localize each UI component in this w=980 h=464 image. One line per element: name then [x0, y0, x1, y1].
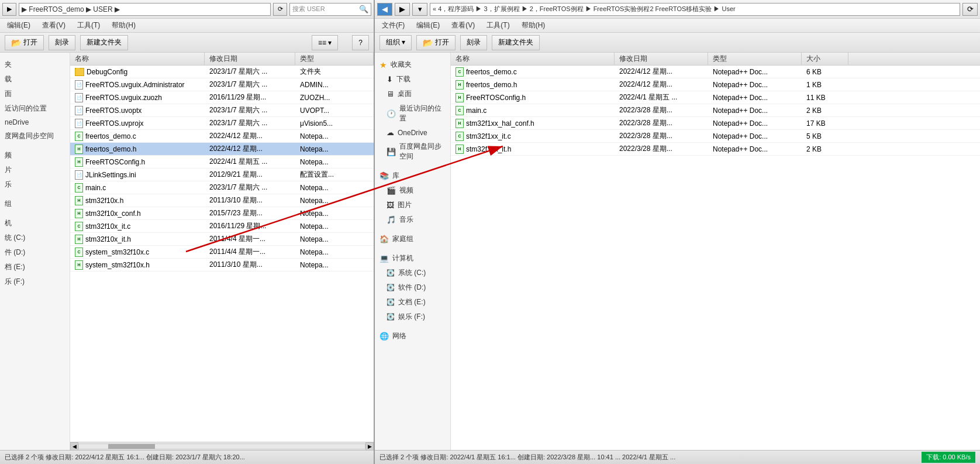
left-nav-baidu[interactable]: 度网盘同步空间 — [0, 129, 70, 143]
left-search-box[interactable]: 搜索 USER 🔍 — [289, 3, 371, 16]
left-nav-music[interactable]: 乐 — [0, 177, 70, 192]
left-refresh-button[interactable]: ⟳ — [273, 3, 287, 16]
right-nav-network[interactable]: 🌐 网络 — [375, 329, 450, 343]
table-row[interactable]: H stm32f1xx_it.h 2022/3/28 星期... Notepad… — [451, 143, 980, 156]
left-open-button[interactable]: 📂 打开 — [5, 35, 44, 50]
right-nav-favorites[interactable]: ★ 收藏夹 — [375, 57, 450, 72]
table-row[interactable]: H FreeRTOSConfig.h 2022/4/1 星期五 ... Note… — [451, 91, 980, 104]
h-file-icon: H — [456, 93, 464, 102]
table-row[interactable]: C main.c 2023/1/7 星期六 ... Notepa... — [70, 181, 374, 194]
left-nav-item-0[interactable]: 夹 — [0, 57, 70, 72]
right-nav-desktop[interactable]: 🖥 桌面 — [375, 87, 450, 101]
right-burn-button[interactable]: 刻录 — [460, 35, 487, 50]
right-nav-c[interactable]: 💽 系统 (C:) — [375, 266, 450, 280]
right-nav-image[interactable]: 🖼 图片 — [375, 198, 450, 212]
table-row[interactable]: 📄 FreeRTOS.uvprojx 2023/1/7 星期六 ... μVis… — [70, 117, 374, 130]
right-status-bar: 已选择 2 个项 修改日期: 2022/4/1 星期五 16:1... 创建日期… — [375, 450, 980, 464]
table-row[interactable]: H freertos_demo.h 2022/4/12 星期... Notepa… — [70, 143, 374, 156]
right-menu-tools[interactable]: 工具(T) — [484, 19, 512, 32]
table-row[interactable]: C system_stm32f10x.c 2011/4/4 星期一... Not… — [70, 246, 374, 259]
right-menu-file[interactable]: 文件(F) — [379, 19, 407, 32]
right-refresh-button[interactable]: ⟳ — [962, 3, 978, 16]
left-menu-tools[interactable]: 工具(T) — [75, 19, 102, 32]
left-menu-view[interactable]: 查看(V) — [40, 19, 68, 32]
left-nav-onedrive[interactable]: neDrive — [0, 116, 70, 129]
table-row[interactable]: H freertos_demo.h 2022/4/12 星期... Notepa… — [451, 78, 980, 91]
left-nav-f[interactable]: 乐 (F:) — [0, 274, 70, 289]
left-menu-edit[interactable]: 编辑(E) — [5, 19, 33, 32]
table-row[interactable]: 📄 FreeRTOS.uvguix.Administrator 2023/1/7… — [70, 78, 374, 91]
right-col-date-header[interactable]: 修改日期 — [615, 53, 708, 65]
left-nav-video[interactable]: 频 — [0, 148, 70, 163]
right-nav-homegroup[interactable]: 🏠 家庭组 — [375, 232, 450, 246]
left-nav-computer[interactable]: 机 — [0, 216, 70, 231]
right-nav-e[interactable]: 💽 文档 (E:) — [375, 295, 450, 310]
left-nav-group[interactable]: 组 — [0, 197, 70, 211]
left-nav-item-1[interactable]: 载 — [0, 72, 70, 87]
left-horizontal-scroll[interactable]: ◀ ▶ — [70, 442, 374, 450]
right-new-folder-button[interactable]: 新建文件夹 — [492, 35, 540, 50]
right-col-size-header[interactable]: 大小 — [802, 53, 848, 65]
left-col-name-header[interactable]: 名称 — [70, 53, 205, 65]
table-row[interactable]: DebugConfig 2023/1/7 星期六 ... 文件夹 — [70, 66, 374, 78]
left-col-date-header[interactable]: 修改日期 — [205, 53, 295, 65]
h-file-icon: H — [456, 145, 464, 154]
table-row[interactable]: 📄 FreeRTOS.uvguix.zuozh 2016/11/29 星期...… — [70, 91, 374, 104]
right-nav-library[interactable]: 📚 库 — [375, 169, 450, 183]
left-nav-image[interactable]: 片 — [0, 163, 70, 177]
right-col-type-header[interactable]: 类型 — [708, 53, 802, 65]
right-nav-download[interactable]: ⬇ 下载 — [375, 72, 450, 87]
right-nav-music[interactable]: 🎵 音乐 — [375, 212, 450, 227]
left-nav-recent[interactable]: 近访问的位置 — [0, 101, 70, 116]
table-row[interactable]: C stm32f10x_it.c 2016/11/29 星期... Notepa… — [70, 220, 374, 233]
table-row[interactable]: C freertos_demo.c 2022/4/12 星期... Notepa… — [451, 66, 980, 78]
right-nav-onedrive[interactable]: ☁ OneDrive — [375, 126, 450, 139]
right-menu-view[interactable]: 查看(V) — [449, 19, 477, 32]
left-menu-help[interactable]: 帮助(H) — [109, 19, 138, 32]
right-file-list-header: 名称 修改日期 类型 大小 — [451, 53, 980, 66]
left-col-type-header[interactable]: 类型 — [295, 53, 374, 65]
left-new-folder-button[interactable]: 新建文件夹 — [80, 35, 128, 50]
left-back-button[interactable]: ▶ — [2, 3, 16, 16]
right-organize-button[interactable]: 组织 ▾ — [379, 35, 412, 50]
left-nav-e[interactable]: 档 (E:) — [0, 260, 70, 274]
table-row[interactable]: C freertos_demo.c 2022/4/12 星期... Notepa… — [70, 130, 374, 143]
table-row[interactable]: 📄 JLinkSettings.ini 2012/9/21 星期... 配置设置… — [70, 169, 374, 181]
table-row[interactable]: H stm32f1xx_hal_conf.h 2022/3/28 星期... N… — [451, 117, 980, 130]
right-nav-recent[interactable]: 🕐 最近访问的位置 — [375, 101, 450, 126]
table-row[interactable]: 📄 FreeRTOS.uvoptx 2023/1/7 星期六 ... UVOPT… — [70, 104, 374, 117]
table-row[interactable]: C stm32f1xx_it.c 2022/3/28 星期... Notepad… — [451, 130, 980, 143]
right-nav-video[interactable]: 🎬 视频 — [375, 183, 450, 198]
table-row[interactable]: C main.c 2022/3/28 星期... Notepad++ Doc..… — [451, 104, 980, 117]
left-nav-item-2[interactable]: 面 — [0, 87, 70, 101]
file-icon: 📄 — [75, 170, 83, 180]
left-toolbar: 📂 打开 刻录 新建文件夹 ≡≡ ▾ ? — [0, 33, 374, 53]
h-file-icon: H — [75, 196, 83, 205]
right-nav-f[interactable]: 💽 娱乐 (F:) — [375, 310, 450, 324]
right-open-button[interactable]: 📂 打开 — [416, 35, 456, 50]
table-row[interactable]: H stm32f10x_conf.h 2015/7/23 星期... Notep… — [70, 207, 374, 220]
right-nav-baidu[interactable]: 💾 百度网盘同步空间 — [375, 139, 450, 164]
table-row[interactable]: H stm32f10x.h 2011/3/10 星期... Notepa... — [70, 194, 374, 207]
right-col-name-header[interactable]: 名称 — [451, 53, 615, 65]
right-menu-edit[interactable]: 编辑(E) — [414, 19, 442, 32]
right-address-path[interactable]: « 4，程序源码 ▶ 3，扩展例程 ▶ 2，FreeRTOS例程 ▶ FreeR… — [430, 3, 960, 16]
table-row[interactable]: H stm32f10x_it.h 2011/4/4 星期一... Notepa.… — [70, 233, 374, 246]
right-nav-computer[interactable]: 💻 计算机 — [375, 251, 450, 266]
left-view-button[interactable]: ≡≡ ▾ — [312, 35, 338, 50]
right-back-button[interactable]: ◀ — [377, 3, 392, 16]
scroll-thumb[interactable] — [108, 444, 155, 449]
h-file-icon: H — [75, 235, 83, 244]
right-nav-d[interactable]: 💽 软件 (D:) — [375, 280, 450, 295]
table-row[interactable]: H system_stm32f10x.h 2011/3/10 星期... Not… — [70, 259, 374, 271]
right-menu-help[interactable]: 帮助(H) — [519, 19, 548, 32]
right-menu-bar: 文件(F) 编辑(E) 查看(V) 工具(T) 帮助(H) — [375, 19, 980, 33]
left-help-button[interactable]: ? — [352, 35, 369, 50]
left-address-path[interactable]: ▶ FreeRTOS_demo ▶ USER ▶ — [19, 3, 271, 16]
left-nav-d[interactable]: 件 (D:) — [0, 245, 70, 260]
left-nav-c[interactable]: 统 (C:) — [0, 231, 70, 245]
right-forward-button[interactable]: ▶ — [395, 3, 410, 16]
right-dropdown-button[interactable]: ▾ — [412, 3, 427, 16]
left-burn-button[interactable]: 刻录 — [49, 35, 75, 50]
table-row[interactable]: H FreeRTOSConfig.h 2022/4/1 星期五 ... Note… — [70, 156, 374, 169]
